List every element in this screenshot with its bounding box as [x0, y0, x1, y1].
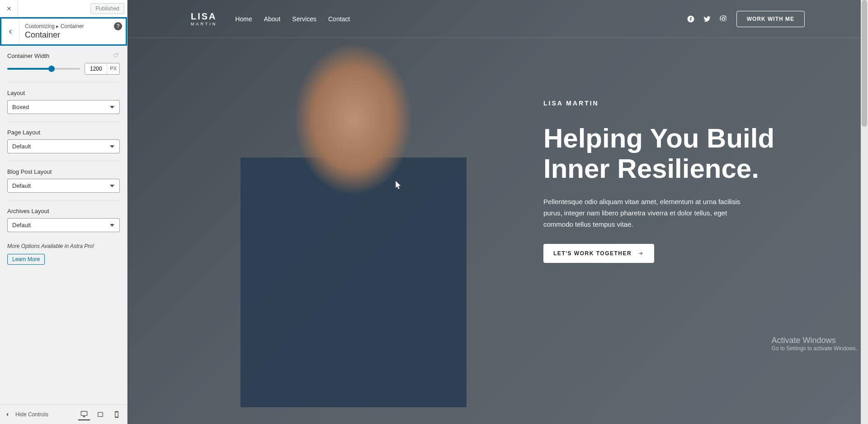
layout-control: Layout Boxed — [7, 90, 120, 122]
preview-pane: LISA MARTIN Home About Services Contact … — [127, 0, 868, 424]
desktop-icon — [80, 410, 88, 418]
cta-label: LET'S WORK TOGETHER — [553, 250, 632, 257]
site-topbar: LISA MARTIN Home About Services Contact … — [127, 0, 868, 38]
activate-sub: Go to Settings to activate Windows. — [772, 345, 857, 352]
hero-eyebrow: LISA MARTIN — [543, 100, 814, 107]
slider-thumb[interactable] — [48, 66, 55, 72]
reset-button[interactable] — [113, 52, 120, 59]
hero-image — [241, 23, 467, 407]
customizer-sidebar: Published Customizing ▸ Container Contai… — [0, 0, 127, 424]
work-with-me-button[interactable]: WORK WITH ME — [736, 11, 805, 27]
unit-label: PX — [107, 63, 119, 74]
collapse-icon — [5, 411, 12, 418]
hero-body: Pellentesque odio aliquam vitae amet, el… — [543, 196, 742, 230]
desktop-device-button[interactable] — [78, 409, 90, 420]
mouse-cursor — [396, 181, 402, 192]
section-title: Container — [25, 30, 120, 40]
archives-layout-select[interactable]: Default — [7, 218, 120, 232]
layout-label: Layout — [7, 90, 25, 96]
page-layout-control: Page Layout Default — [7, 129, 120, 161]
hero-headline: Helping You Build Inner Resilience. — [543, 123, 814, 184]
chevron-left-icon — [6, 28, 14, 36]
page-layout-select[interactable]: Default — [7, 139, 120, 153]
page-layout-label: Page Layout — [7, 129, 40, 136]
activate-windows-overlay: Activate Windows Go to Settings to activ… — [772, 336, 857, 352]
mobile-icon — [113, 411, 120, 418]
nav-about[interactable]: About — [264, 15, 281, 23]
sidebar-footer: Hide Controls — [0, 405, 127, 424]
twitter-icon[interactable] — [703, 15, 711, 23]
main-nav: Home About Services Contact — [235, 15, 350, 23]
archives-layout-label: Archives Layout — [7, 208, 49, 214]
close-icon — [6, 5, 12, 12]
hide-controls-button[interactable]: Hide Controls — [5, 411, 78, 418]
tablet-icon — [97, 411, 104, 418]
container-width-label: Container Width — [7, 52, 49, 59]
sidebar-header: Published — [0, 0, 127, 17]
hero-content: LISA MARTIN Helping You Build Inner Resi… — [543, 100, 814, 263]
nav-home[interactable]: Home — [235, 15, 252, 23]
arrow-right-icon — [637, 251, 644, 256]
breadcrumb: Customizing ▸ Container — [25, 23, 120, 29]
nav-contact[interactable]: Contact — [328, 15, 350, 23]
blog-layout-label: Blog Post Layout — [7, 168, 52, 175]
mobile-device-button[interactable] — [111, 409, 123, 420]
blog-layout-select[interactable]: Default — [7, 179, 120, 193]
social-icons — [687, 15, 727, 23]
activate-title: Activate Windows — [772, 336, 857, 345]
container-width-input[interactable] — [85, 63, 107, 74]
scrollbar[interactable] — [861, 0, 868, 424]
reset-icon — [113, 52, 119, 58]
cta-button[interactable]: LET'S WORK TOGETHER — [543, 244, 654, 263]
back-button[interactable] — [1, 19, 19, 44]
layout-select[interactable]: Boxed — [7, 100, 120, 114]
site-logo[interactable]: LISA MARTIN — [191, 11, 217, 26]
help-button[interactable]: ? — [114, 22, 122, 30]
publish-button[interactable]: Published — [90, 3, 124, 14]
container-width-control: Container Width PX — [7, 52, 120, 82]
pro-note: More Options Available in Astra Pro! — [7, 243, 120, 249]
facebook-icon[interactable] — [687, 15, 695, 23]
section-header: Customizing ▸ Container Container ? — [0, 17, 127, 46]
learn-more-button[interactable]: Learn More — [7, 254, 45, 265]
container-width-slider[interactable] — [7, 64, 80, 73]
tablet-device-button[interactable] — [94, 409, 106, 420]
logo-main-text: LISA — [191, 11, 217, 22]
hide-controls-label: Hide Controls — [15, 411, 48, 418]
nav-services[interactable]: Services — [292, 15, 316, 23]
instagram-icon[interactable] — [719, 15, 727, 23]
archives-layout-control: Archives Layout Default — [7, 208, 120, 239]
blog-layout-control: Blog Post Layout Default — [7, 168, 120, 200]
logo-sub-text: MARTIN — [191, 22, 217, 26]
close-button[interactable] — [0, 0, 18, 17]
sidebar-body: Container Width PX — [0, 46, 127, 405]
